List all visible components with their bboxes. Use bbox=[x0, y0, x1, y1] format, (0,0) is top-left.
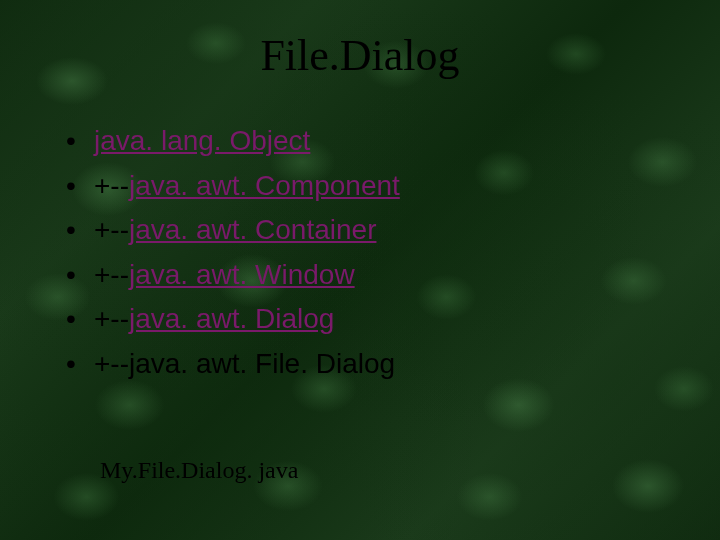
class-text: java. awt. File. Dialog bbox=[129, 348, 395, 379]
list-item: +--java. awt. Dialog bbox=[66, 299, 720, 340]
class-link[interactable]: java. lang. Object bbox=[94, 125, 310, 156]
class-link[interactable]: java. awt. Window bbox=[129, 259, 355, 290]
tree-prefix: +-- bbox=[94, 259, 129, 290]
list-item: +--java. awt. Container bbox=[66, 210, 720, 251]
tree-prefix: +-- bbox=[94, 214, 129, 245]
hierarchy-list: java. lang. Object +--java. awt. Compone… bbox=[0, 121, 720, 385]
list-item: +--java. awt. Component bbox=[66, 166, 720, 207]
tree-prefix: +-- bbox=[94, 348, 129, 379]
list-item: +--java. awt. Window bbox=[66, 255, 720, 296]
list-item: java. lang. Object bbox=[66, 121, 720, 162]
tree-prefix: +-- bbox=[94, 303, 129, 334]
class-link[interactable]: java. awt. Dialog bbox=[129, 303, 334, 334]
class-link[interactable]: java. awt. Component bbox=[129, 170, 400, 201]
page-title: File.Dialog bbox=[0, 30, 720, 81]
class-link[interactable]: java. awt. Container bbox=[129, 214, 376, 245]
list-item: +--java. awt. File. Dialog bbox=[66, 344, 720, 385]
footer-filename: My.File.Dialog. java bbox=[100, 457, 298, 484]
slide: File.Dialog java. lang. Object +--java. … bbox=[0, 0, 720, 540]
tree-prefix: +-- bbox=[94, 170, 129, 201]
